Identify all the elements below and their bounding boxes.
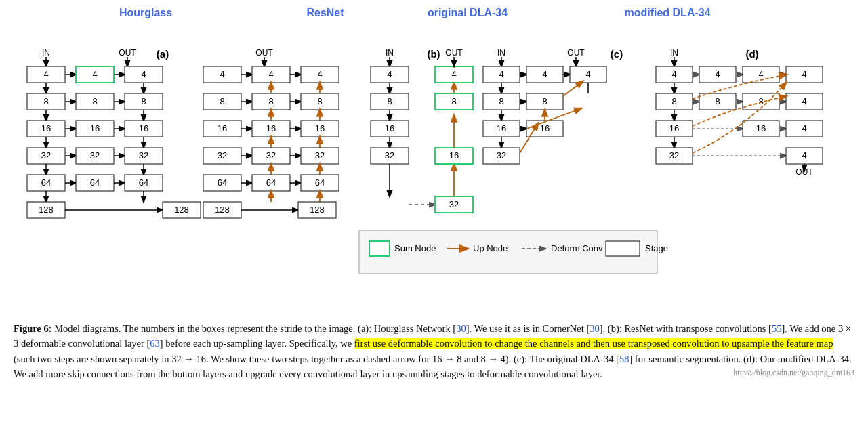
ref-30a: 30 [456, 323, 466, 334]
svg-text:IN: IN [42, 48, 50, 58]
svg-text:4: 4 [499, 69, 503, 79]
svg-text:32: 32 [315, 150, 325, 161]
svg-text:4: 4 [92, 69, 97, 79]
highlighted-text: first use deformable convolution to chan… [354, 338, 833, 349]
svg-text:Sum Node: Sum Node [394, 243, 436, 253]
svg-text:4: 4 [220, 69, 224, 79]
svg-text:4: 4 [43, 69, 48, 79]
svg-text:32: 32 [449, 199, 459, 209]
svg-text:32: 32 [139, 150, 148, 161]
svg-text:64: 64 [218, 177, 227, 188]
title-resnet: ResNet [306, 7, 344, 18]
figure-caption: Figure 6: Model diagrams. The numbers in… [14, 321, 854, 382]
svg-text:64: 64 [90, 177, 100, 188]
svg-text:64: 64 [41, 177, 51, 188]
svg-text:16: 16 [385, 123, 394, 133]
svg-text:Deform Conv: Deform Conv [551, 243, 603, 253]
ref-30b: 30 [590, 323, 600, 334]
svg-text:16: 16 [669, 123, 679, 133]
svg-text:8: 8 [141, 96, 146, 106]
diagram-area: IN OUT (a) OUT 4 4 4 [14, 20, 854, 314]
svg-text:32: 32 [90, 150, 100, 161]
svg-text:16: 16 [540, 123, 550, 133]
svg-text:64: 64 [266, 177, 276, 188]
ref-63: 63 [150, 338, 160, 349]
svg-text:(a): (a) [157, 48, 169, 60]
title-hourglass: Hourglass [119, 7, 172, 18]
svg-text:8: 8 [268, 96, 273, 106]
title-original-dla: original DLA-34 [428, 7, 508, 18]
svg-text:4: 4 [585, 69, 590, 79]
svg-text:8: 8 [499, 96, 503, 106]
svg-text:OUT: OUT [255, 48, 273, 58]
url-link: https://blog.csdn.net/gaoqing_dm163 [733, 366, 854, 379]
svg-text:4: 4 [268, 69, 273, 79]
svg-text:128: 128 [39, 205, 54, 215]
svg-text:4: 4 [802, 96, 806, 106]
svg-text:8: 8 [387, 96, 392, 106]
svg-text:4: 4 [542, 69, 547, 79]
svg-text:OUT: OUT [445, 48, 463, 58]
caption-text-1: Model diagrams. The numbers in the boxes… [54, 323, 456, 334]
svg-text:64: 64 [139, 177, 148, 188]
svg-rect-229 [606, 241, 640, 256]
svg-text:128: 128 [310, 205, 325, 215]
main-container: Hourglass ResNet original DLA-34 modifie… [0, 0, 868, 389]
svg-text:8: 8 [43, 96, 48, 106]
svg-rect-223 [369, 241, 390, 256]
svg-text:Up Node: Up Node [473, 243, 508, 253]
svg-text:4: 4 [715, 69, 720, 79]
svg-text:32: 32 [385, 150, 394, 161]
svg-text:Stage: Stage [645, 243, 668, 253]
svg-text:4: 4 [802, 69, 806, 79]
svg-text:16: 16 [497, 123, 506, 133]
caption-text-3: ]. (b): ResNet with transpose convolutio… [600, 323, 772, 334]
svg-text:8: 8 [451, 96, 456, 106]
svg-text:OUT: OUT [567, 48, 585, 58]
svg-text:128: 128 [174, 205, 189, 215]
svg-text:4: 4 [802, 123, 806, 133]
svg-text:4: 4 [317, 69, 322, 79]
svg-text:4: 4 [802, 150, 806, 161]
svg-text:8: 8 [220, 96, 224, 106]
svg-text:4: 4 [758, 69, 763, 79]
svg-text:8: 8 [92, 96, 97, 106]
ref-58: 58 [619, 354, 629, 364]
svg-text:IN: IN [386, 48, 394, 58]
svg-text:IN: IN [497, 48, 505, 58]
svg-text:4: 4 [387, 69, 392, 79]
caption-text-5: ] before each up-sampling layer. Specifi… [160, 338, 354, 349]
svg-text:16: 16 [315, 123, 325, 133]
svg-text:(d): (d) [745, 48, 758, 60]
svg-text:16: 16 [756, 123, 766, 133]
caption-text-2: ]. We use it as is in CornerNet [ [466, 323, 590, 334]
svg-text:16: 16 [41, 123, 51, 133]
svg-text:4: 4 [451, 69, 456, 79]
svg-text:8: 8 [542, 96, 547, 106]
svg-text:16: 16 [218, 123, 227, 133]
main-diagram-svg: IN OUT (a) OUT 4 4 4 [14, 20, 854, 312]
svg-text:32: 32 [669, 150, 679, 161]
svg-text:(c): (c) [611, 48, 623, 60]
svg-text:IN: IN [670, 48, 678, 58]
svg-text:8: 8 [715, 96, 720, 106]
svg-text:OUT: OUT [119, 48, 136, 58]
ref-55: 55 [772, 323, 782, 334]
svg-text:16: 16 [90, 123, 100, 133]
svg-text:8: 8 [671, 96, 676, 106]
svg-text:128: 128 [215, 205, 230, 215]
svg-text:4: 4 [141, 69, 146, 79]
svg-text:8: 8 [758, 96, 763, 106]
svg-text:16: 16 [266, 123, 276, 133]
figure-label: Figure 6: [14, 323, 52, 334]
caption-text-6: (such two steps are shown separately in … [14, 354, 619, 364]
svg-text:(b): (b) [427, 48, 440, 60]
svg-line-177 [563, 81, 583, 96]
svg-text:32: 32 [41, 150, 51, 161]
svg-text:32: 32 [497, 150, 506, 161]
svg-text:32: 32 [218, 150, 227, 161]
svg-text:16: 16 [139, 123, 148, 133]
svg-text:4: 4 [671, 69, 676, 79]
svg-text:8: 8 [317, 96, 322, 106]
svg-text:64: 64 [315, 177, 325, 188]
